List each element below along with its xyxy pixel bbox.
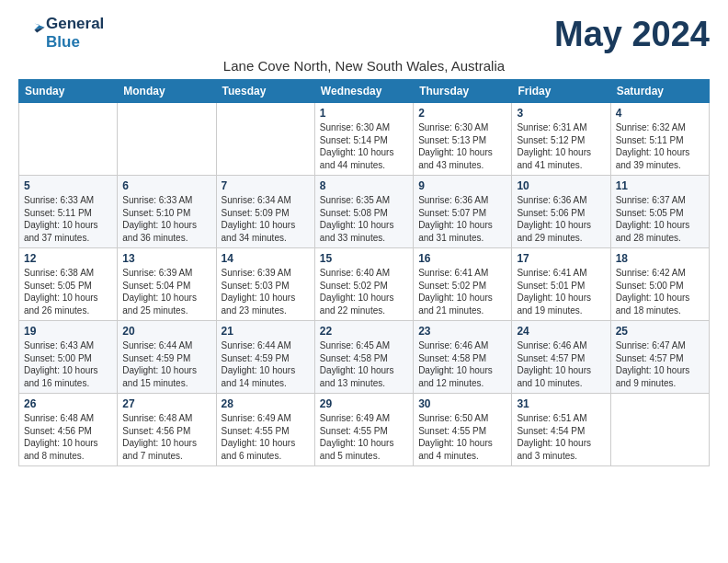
day-info: Sunrise: 6:35 AM Sunset: 5:08 PM Dayligh… (320, 194, 408, 244)
calendar-header-sunday: Sunday (19, 80, 118, 103)
day-info: Sunrise: 6:48 AM Sunset: 4:56 PM Dayligh… (122, 412, 210, 462)
calendar-cell: 26Sunrise: 6:48 AM Sunset: 4:56 PM Dayli… (19, 394, 118, 466)
day-number: 13 (122, 252, 210, 265)
calendar-cell: 31Sunrise: 6:51 AM Sunset: 4:54 PM Dayli… (512, 394, 610, 466)
day-info: Sunrise: 6:48 AM Sunset: 4:56 PM Dayligh… (24, 412, 112, 462)
calendar-cell: 7Sunrise: 6:34 AM Sunset: 5:09 PM Daylig… (216, 176, 314, 248)
day-info: Sunrise: 6:33 AM Sunset: 5:11 PM Dayligh… (24, 194, 112, 244)
calendar-row: 12Sunrise: 6:38 AM Sunset: 5:05 PM Dayli… (19, 248, 710, 321)
calendar-cell: 1Sunrise: 6:30 AM Sunset: 5:14 PM Daylig… (314, 103, 413, 176)
day-number: 7 (222, 179, 310, 192)
day-info: Sunrise: 6:46 AM Sunset: 4:58 PM Dayligh… (418, 339, 506, 389)
calendar-cell: 20Sunrise: 6:44 AM Sunset: 4:59 PM Dayli… (118, 321, 216, 394)
day-number: 22 (320, 325, 408, 338)
day-number: 15 (320, 252, 408, 265)
day-number: 27 (122, 397, 210, 410)
day-number: 18 (616, 252, 704, 265)
calendar-cell: 14Sunrise: 6:39 AM Sunset: 5:03 PM Dayli… (216, 248, 314, 321)
calendar-table: SundayMondayTuesdayWednesdayThursdayFrid… (18, 79, 710, 466)
day-number: 11 (616, 179, 704, 192)
day-info: Sunrise: 6:30 AM Sunset: 5:14 PM Dayligh… (320, 121, 408, 171)
calendar-header-thursday: Thursday (414, 80, 512, 103)
calendar-cell: 29Sunrise: 6:49 AM Sunset: 4:55 PM Dayli… (314, 394, 413, 466)
day-info: Sunrise: 6:51 AM Sunset: 4:54 PM Dayligh… (517, 412, 605, 462)
calendar-body: 1Sunrise: 6:30 AM Sunset: 5:14 PM Daylig… (19, 103, 710, 466)
calendar-cell: 10Sunrise: 6:36 AM Sunset: 5:06 PM Dayli… (512, 176, 610, 248)
day-info: Sunrise: 6:47 AM Sunset: 4:57 PM Dayligh… (616, 339, 704, 389)
calendar-cell: 8Sunrise: 6:35 AM Sunset: 5:08 PM Daylig… (314, 176, 413, 248)
day-info: Sunrise: 6:41 AM Sunset: 5:01 PM Dayligh… (517, 267, 605, 316)
day-number: 31 (517, 397, 605, 410)
day-number: 8 (320, 179, 408, 192)
calendar-cell: 11Sunrise: 6:37 AM Sunset: 5:05 PM Dayli… (610, 176, 709, 248)
calendar-cell: 12Sunrise: 6:38 AM Sunset: 5:05 PM Dayli… (19, 248, 118, 321)
day-info: Sunrise: 6:36 AM Sunset: 5:06 PM Dayligh… (517, 194, 605, 244)
month-title: May 2024 (554, 15, 710, 54)
calendar-header-saturday: Saturday (610, 80, 709, 103)
calendar-cell: 21Sunrise: 6:44 AM Sunset: 4:59 PM Dayli… (216, 321, 314, 394)
day-info: Sunrise: 6:41 AM Sunset: 5:02 PM Dayligh… (418, 267, 506, 316)
calendar-cell: 27Sunrise: 6:48 AM Sunset: 4:56 PM Dayli… (118, 394, 216, 466)
day-info: Sunrise: 6:49 AM Sunset: 4:55 PM Dayligh… (222, 412, 310, 462)
day-info: Sunrise: 6:32 AM Sunset: 5:11 PM Dayligh… (616, 121, 704, 171)
day-info: Sunrise: 6:34 AM Sunset: 5:09 PM Dayligh… (222, 194, 310, 244)
day-number: 25 (616, 325, 704, 338)
calendar-cell: 5Sunrise: 6:33 AM Sunset: 5:11 PM Daylig… (19, 176, 118, 248)
day-number: 5 (24, 179, 112, 192)
calendar-row: 1Sunrise: 6:30 AM Sunset: 5:14 PM Daylig… (19, 103, 710, 176)
day-info: Sunrise: 6:42 AM Sunset: 5:00 PM Dayligh… (616, 267, 704, 316)
calendar-cell: 16Sunrise: 6:41 AM Sunset: 5:02 PM Dayli… (414, 248, 512, 321)
calendar-cell: 24Sunrise: 6:46 AM Sunset: 4:57 PM Dayli… (512, 321, 610, 394)
day-number: 12 (24, 252, 112, 265)
calendar-header-monday: Monday (118, 80, 216, 103)
calendar-cell: 6Sunrise: 6:33 AM Sunset: 5:10 PM Daylig… (118, 176, 216, 248)
calendar-row: 19Sunrise: 6:43 AM Sunset: 5:00 PM Dayli… (19, 321, 710, 394)
day-info: Sunrise: 6:40 AM Sunset: 5:02 PM Dayligh… (320, 267, 408, 316)
calendar-row: 26Sunrise: 6:48 AM Sunset: 4:56 PM Dayli… (19, 394, 710, 466)
day-number: 19 (24, 325, 112, 338)
day-number: 10 (517, 179, 605, 192)
calendar-header-tuesday: Tuesday (216, 80, 314, 103)
day-number: 26 (24, 397, 112, 410)
day-info: Sunrise: 6:31 AM Sunset: 5:12 PM Dayligh… (517, 121, 605, 171)
calendar-cell: 18Sunrise: 6:42 AM Sunset: 5:00 PM Dayli… (610, 248, 709, 321)
day-info: Sunrise: 6:49 AM Sunset: 4:55 PM Dayligh… (320, 412, 408, 462)
calendar-cell: 15Sunrise: 6:40 AM Sunset: 5:02 PM Dayli… (314, 248, 413, 321)
calendar-header-row: SundayMondayTuesdayWednesdayThursdayFrid… (19, 80, 710, 103)
day-number: 16 (418, 252, 506, 265)
day-info: Sunrise: 6:43 AM Sunset: 5:00 PM Dayligh… (24, 339, 112, 389)
day-number: 21 (222, 325, 310, 338)
calendar-cell: 30Sunrise: 6:50 AM Sunset: 4:55 PM Dayli… (414, 394, 512, 466)
day-number: 9 (418, 179, 506, 192)
day-info: Sunrise: 6:46 AM Sunset: 4:57 PM Dayligh… (517, 339, 605, 389)
calendar-cell (118, 103, 216, 176)
day-info: Sunrise: 6:44 AM Sunset: 4:59 PM Dayligh… (122, 339, 210, 389)
calendar-cell: 17Sunrise: 6:41 AM Sunset: 5:01 PM Dayli… (512, 248, 610, 321)
day-info: Sunrise: 6:39 AM Sunset: 5:03 PM Dayligh… (222, 267, 310, 316)
calendar-row: 5Sunrise: 6:33 AM Sunset: 5:11 PM Daylig… (19, 176, 710, 248)
day-info: Sunrise: 6:37 AM Sunset: 5:05 PM Dayligh… (616, 194, 704, 244)
calendar-cell: 9Sunrise: 6:36 AM Sunset: 5:07 PM Daylig… (414, 176, 512, 248)
logo-bird-icon (20, 18, 46, 44)
day-number: 1 (320, 107, 408, 120)
day-number: 20 (122, 325, 210, 338)
logo: General Blue (18, 15, 104, 52)
calendar-cell (19, 103, 118, 176)
location-title: Lane Cove North, New South Wales, Austra… (18, 58, 710, 74)
calendar-cell (216, 103, 314, 176)
logo-blue: Blue (46, 33, 104, 52)
day-info: Sunrise: 6:36 AM Sunset: 5:07 PM Dayligh… (418, 194, 506, 244)
day-info: Sunrise: 6:44 AM Sunset: 4:59 PM Dayligh… (222, 339, 310, 389)
header: General Blue May 2024 (18, 15, 710, 54)
calendar-cell: 22Sunrise: 6:45 AM Sunset: 4:58 PM Dayli… (314, 321, 413, 394)
calendar-cell: 13Sunrise: 6:39 AM Sunset: 5:04 PM Dayli… (118, 248, 216, 321)
day-number: 30 (418, 397, 506, 410)
logo-general: General (46, 15, 104, 33)
calendar-cell: 19Sunrise: 6:43 AM Sunset: 5:00 PM Dayli… (19, 321, 118, 394)
day-number: 23 (418, 325, 506, 338)
day-number: 2 (418, 107, 506, 120)
day-info: Sunrise: 6:45 AM Sunset: 4:58 PM Dayligh… (320, 339, 408, 389)
calendar-cell: 4Sunrise: 6:32 AM Sunset: 5:11 PM Daylig… (610, 103, 709, 176)
calendar-cell: 25Sunrise: 6:47 AM Sunset: 4:57 PM Dayli… (610, 321, 709, 394)
calendar-header-friday: Friday (512, 80, 610, 103)
